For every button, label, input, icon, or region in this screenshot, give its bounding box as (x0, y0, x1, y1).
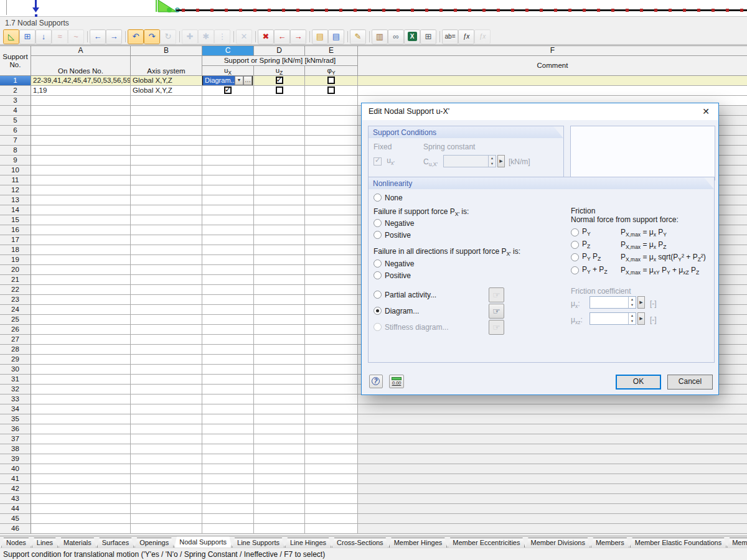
cell-uz-row46[interactable] (254, 524, 305, 534)
cell-axis-row10[interactable] (131, 166, 202, 175)
cell-nodes-row35[interactable] (31, 414, 131, 424)
next-table-button[interactable]: → (106, 30, 121, 44)
cell-axis-row4[interactable] (131, 106, 202, 116)
cell-nodes-row17[interactable] (31, 235, 131, 245)
row-number-5[interactable]: 5 (0, 116, 31, 126)
cell-ux-row6[interactable] (202, 126, 254, 136)
cell-comment-row35[interactable] (358, 414, 747, 424)
cell-phiy-row35[interactable] (305, 414, 358, 424)
cell-nodes-row12[interactable] (31, 185, 131, 195)
cell-ux-row8[interactable] (202, 146, 254, 156)
row-number-27[interactable]: 27 (0, 335, 31, 345)
cell-nodes-row34[interactable] (31, 404, 131, 414)
cell-phiy-row13[interactable] (305, 195, 358, 205)
cell-ux-row3[interactable] (202, 96, 254, 106)
cell-uz-row44[interactable] (254, 504, 305, 514)
column-letter-C[interactable]: C (202, 46, 254, 56)
cell-ux-row28[interactable] (202, 345, 254, 355)
row-number-40[interactable]: 40 (0, 464, 31, 474)
column-letter-D[interactable]: D (254, 46, 305, 56)
tab-surfaces[interactable]: Surfaces (97, 538, 134, 548)
row-number-43[interactable]: 43 (0, 494, 31, 504)
cell-ux-row21[interactable] (202, 275, 254, 285)
cell-uz-row20[interactable] (254, 265, 305, 275)
cell-ux-row37[interactable] (202, 434, 254, 444)
column-letter-F[interactable]: F (358, 46, 747, 56)
row-number-36[interactable]: 36 (0, 424, 31, 434)
cell-nodes-row18[interactable] (31, 245, 131, 255)
cell-uz-row37[interactable] (254, 434, 305, 444)
cell-uz-row9[interactable] (254, 156, 305, 166)
cell-ux-row39[interactable] (202, 454, 254, 464)
cell-axis-row31[interactable] (131, 375, 202, 385)
cell-ux-row17[interactable] (202, 235, 254, 245)
cell-phiy-row38[interactable] (305, 444, 358, 454)
cell-ux-row23[interactable] (202, 295, 254, 305)
row-number-42[interactable]: 42 (0, 484, 31, 494)
dialog-titlebar[interactable]: Edit Nodal Support u-X' ✕ (362, 103, 718, 120)
cell-axis-row44[interactable] (131, 504, 202, 514)
cell-ux-row5[interactable] (202, 116, 254, 126)
cell-axis-row19[interactable] (131, 255, 202, 265)
select-table-button[interactable]: ▤ (312, 30, 327, 44)
tab-line-hinges[interactable]: Line Hinges (285, 538, 331, 548)
row-number-30[interactable]: 30 (0, 365, 31, 375)
tab-nodes[interactable]: Nodes (1, 538, 31, 548)
row-number-13[interactable]: 13 (0, 195, 31, 205)
cell-nodes-row21[interactable] (31, 275, 131, 285)
cell-axis-row30[interactable] (131, 365, 202, 375)
cell-nodes-row36[interactable] (31, 424, 131, 434)
phiy-checkbox-row2[interactable] (327, 86, 335, 94)
cell-phiy-row10[interactable] (305, 166, 358, 175)
cell-comment-row41[interactable] (358, 474, 747, 484)
cell-axis-row43[interactable] (131, 494, 202, 504)
spin-down-icon[interactable]: ▼ (629, 319, 636, 324)
cell-axis-row33[interactable] (131, 394, 202, 404)
corner-header[interactable]: SupportNo. (0, 46, 31, 76)
row-number-34[interactable]: 34 (0, 404, 31, 414)
cell-axis-row7[interactable] (131, 136, 202, 146)
cell-uz-row21[interactable] (254, 275, 305, 285)
view-filter-button[interactable]: ∞ (388, 30, 403, 44)
cell-uz-row38[interactable] (254, 444, 305, 454)
header-phiy[interactable]: φY (305, 66, 358, 76)
cell-axis-row5[interactable] (131, 116, 202, 126)
cell-uz-row41[interactable] (254, 474, 305, 484)
cell-nodes-row42[interactable] (31, 484, 131, 494)
cell-uz-row24[interactable] (254, 305, 305, 315)
row-number-7[interactable]: 7 (0, 136, 31, 146)
cell-uz-row26[interactable] (254, 325, 305, 335)
tab-lines[interactable]: Lines (32, 538, 58, 548)
spin-up-icon[interactable]: ▲ (629, 313, 636, 319)
mu-xz-input[interactable]: ▲▼ (590, 312, 636, 325)
cell-axis-row6[interactable] (131, 126, 202, 136)
radio-failure-positive[interactable]: Positive (374, 230, 411, 240)
cell-phiy-row30[interactable] (305, 365, 358, 375)
cell-ux-row15[interactable] (202, 215, 254, 225)
cell-phiy-row25[interactable] (305, 315, 358, 325)
header-uz[interactable]: uZ (254, 66, 305, 76)
cell-axis-row23[interactable] (131, 295, 202, 305)
cell-axis-row41[interactable] (131, 474, 202, 484)
cell-uz-row45[interactable] (254, 514, 305, 524)
cell-axis-row37[interactable] (131, 434, 202, 444)
edit-comment-button[interactable]: ✎ (350, 30, 365, 44)
cell-axis-row39[interactable] (131, 454, 202, 464)
ok-button[interactable]: OK (616, 375, 661, 390)
cell-phiy-row39[interactable] (305, 454, 358, 464)
row-number-45[interactable]: 45 (0, 514, 31, 524)
cell-comment-row2[interactable] (358, 86, 747, 96)
cell-ux-row32[interactable] (202, 385, 254, 394)
cell-axis-row35[interactable] (131, 414, 202, 424)
cell-phiy-row40[interactable] (305, 464, 358, 474)
row-number-18[interactable]: 18 (0, 245, 31, 255)
phiy-checkbox-row1[interactable] (327, 77, 335, 84)
cell-phiy-row29[interactable] (305, 355, 358, 365)
cell-phiy-row20[interactable] (305, 265, 358, 275)
cell-nodes-row14[interactable] (31, 205, 131, 215)
cell-nodes-row40[interactable] (31, 464, 131, 474)
column-letter-E[interactable]: E (305, 46, 358, 56)
uz-checkbox-row1[interactable] (276, 77, 283, 84)
cell-phiy-row7[interactable] (305, 136, 358, 146)
cell-nodes-row7[interactable] (31, 136, 131, 146)
